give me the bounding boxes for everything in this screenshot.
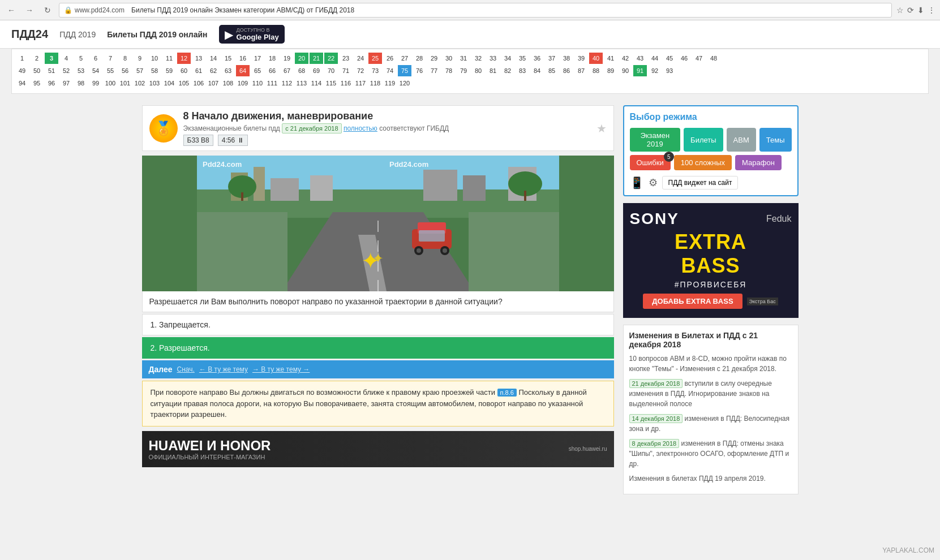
ticket-number-11[interactable]: 11 <box>162 53 176 64</box>
ticket-number-28[interactable]: 28 <box>413 53 426 64</box>
ticket-number-72[interactable]: 72 <box>354 65 367 76</box>
ticket-number-37[interactable]: 37 <box>545 53 559 64</box>
ticket-number-77[interactable]: 77 <box>427 65 441 76</box>
ticket-number-34[interactable]: 34 <box>501 53 514 64</box>
ticket-number-83[interactable]: 83 <box>516 65 529 76</box>
ticket-number-108[interactable]: 108 <box>221 77 235 89</box>
ticket-number-107[interactable]: 107 <box>207 77 220 89</box>
ticket-number-118[interactable]: 118 <box>368 77 382 89</box>
next-button[interactable]: Далее <box>149 365 173 374</box>
ticket-number-102[interactable]: 102 <box>133 77 147 89</box>
ticket-number-98[interactable]: 98 <box>74 77 88 89</box>
ticket-number-78[interactable]: 78 <box>442 65 456 76</box>
ticket-number-57[interactable]: 57 <box>133 65 147 76</box>
ticket-number-87[interactable]: 87 <box>574 65 588 76</box>
ticket-number-2[interactable]: 2 <box>30 53 44 64</box>
ticket-number-67[interactable]: 67 <box>280 65 294 76</box>
forward-btn[interactable]: → <box>23 3 36 17</box>
ticket-number-46[interactable]: 46 <box>677 53 691 64</box>
refresh-btn[interactable]: ↻ <box>41 3 54 17</box>
ticket-number-50[interactable]: 50 <box>30 65 44 76</box>
ticket-number-79[interactable]: 79 <box>457 65 470 76</box>
ticket-number-103[interactable]: 103 <box>148 77 161 89</box>
ticket-number-53[interactable]: 53 <box>74 65 88 76</box>
ticket-number-86[interactable]: 86 <box>560 65 573 76</box>
ticket-number-99[interactable]: 99 <box>89 77 102 89</box>
ticket-number-41[interactable]: 41 <box>604 53 617 64</box>
ticket-number-13[interactable]: 13 <box>192 53 205 64</box>
ticket-number-65[interactable]: 65 <box>251 65 264 76</box>
ticket-number-24[interactable]: 24 <box>354 53 367 64</box>
ticket-number-95[interactable]: 95 <box>30 77 44 89</box>
mode-btn-экзамен-2019[interactable]: Экзамен 2019 <box>630 128 681 152</box>
mode-btn-100-сложных[interactable]: 100 сложных <box>674 155 732 170</box>
ticket-number-38[interactable]: 38 <box>560 53 573 64</box>
nav-prev-theme[interactable]: ← В ту же тему <box>199 365 248 373</box>
gear-icon[interactable]: ⚙ <box>649 176 658 189</box>
ticket-number-73[interactable]: 73 <box>368 65 382 76</box>
ticket-number-15[interactable]: 15 <box>221 53 235 64</box>
bookmark-icon[interactable]: ☆ <box>896 6 904 15</box>
mode-btn-темы[interactable]: Темы <box>759 128 792 152</box>
ticket-number-43[interactable]: 43 <box>633 53 647 64</box>
ticket-number-60[interactable]: 60 <box>177 65 191 76</box>
mode-btn-билеты[interactable]: Билеты <box>684 128 723 152</box>
ticket-number-81[interactable]: 81 <box>486 65 500 76</box>
ticket-number-36[interactable]: 36 <box>530 53 544 64</box>
ticket-number-76[interactable]: 76 <box>413 65 426 76</box>
ticket-number-116[interactable]: 116 <box>339 77 353 89</box>
ticket-number-22[interactable]: 22 <box>324 53 338 64</box>
ticket-number-106[interactable]: 106 <box>192 77 205 89</box>
ticket-number-112[interactable]: 112 <box>280 77 294 89</box>
ticket-number-30[interactable]: 30 <box>442 53 456 64</box>
ticket-number-39[interactable]: 39 <box>574 53 588 64</box>
ticket-number-49[interactable]: 49 <box>15 65 29 76</box>
nav-next-theme[interactable]: → В ту же тему → <box>252 365 310 373</box>
ticket-number-1[interactable]: 1 <box>15 53 29 64</box>
ticket-number-59[interactable]: 59 <box>162 65 176 76</box>
ticket-number-80[interactable]: 80 <box>471 65 485 76</box>
ticket-number-47[interactable]: 47 <box>692 53 706 64</box>
ticket-number-100[interactable]: 100 <box>104 77 117 89</box>
ticket-number-90[interactable]: 90 <box>619 65 632 76</box>
ticket-number-7[interactable]: 7 <box>104 53 117 64</box>
ticket-number-23[interactable]: 23 <box>339 53 353 64</box>
ticket-number-68[interactable]: 68 <box>295 65 308 76</box>
ticket-number-82[interactable]: 82 <box>501 65 514 76</box>
ticket-number-66[interactable]: 66 <box>265 65 279 76</box>
ticket-number-69[interactable]: 69 <box>310 65 323 76</box>
ticket-number-61[interactable]: 61 <box>192 65 205 76</box>
ticket-number-55[interactable]: 55 <box>104 65 117 76</box>
ticket-number-120[interactable]: 120 <box>398 77 411 89</box>
ticket-number-71[interactable]: 71 <box>339 65 353 76</box>
ticket-number-96[interactable]: 96 <box>45 77 58 89</box>
menu-icon[interactable]: ⋮ <box>928 6 935 15</box>
ticket-number-16[interactable]: 16 <box>236 53 250 64</box>
ticket-number-20[interactable]: 20 <box>295 53 308 64</box>
ticket-number-62[interactable]: 62 <box>207 65 220 76</box>
google-play-button[interactable]: ▶ ДОСТУПНО В Google Play <box>219 25 285 44</box>
ticket-number-19[interactable]: 19 <box>280 53 294 64</box>
fullscreen-link[interactable]: полностью <box>344 124 377 132</box>
ticket-number-110[interactable]: 110 <box>251 77 264 89</box>
ticket-number-104[interactable]: 104 <box>162 77 176 89</box>
ticket-number-70[interactable]: 70 <box>324 65 338 76</box>
ticket-number-10[interactable]: 10 <box>148 53 161 64</box>
ticket-number-119[interactable]: 119 <box>383 77 397 89</box>
ticket-number-101[interactable]: 101 <box>118 77 132 89</box>
ticket-number-44[interactable]: 44 <box>648 53 662 64</box>
ticket-number-58[interactable]: 58 <box>148 65 161 76</box>
ticket-number-75[interactable]: 75 <box>398 65 411 76</box>
ticket-number-89[interactable]: 89 <box>604 65 617 76</box>
ticket-number-52[interactable]: 52 <box>59 65 73 76</box>
ticket-number-105[interactable]: 105 <box>177 77 191 89</box>
answer-option-1[interactable]: 1. Запрещается. <box>142 314 614 335</box>
ticket-number-18[interactable]: 18 <box>265 53 279 64</box>
ticket-number-9[interactable]: 9 <box>133 53 147 64</box>
ticket-number-40[interactable]: 40 <box>589 53 603 64</box>
ticket-number-85[interactable]: 85 <box>545 65 559 76</box>
mode-btn-марафон[interactable]: Марафон <box>735 155 782 170</box>
star-button[interactable]: ★ <box>596 122 607 135</box>
ticket-number-33[interactable]: 33 <box>486 53 500 64</box>
ticket-number-117[interactable]: 117 <box>354 77 367 89</box>
